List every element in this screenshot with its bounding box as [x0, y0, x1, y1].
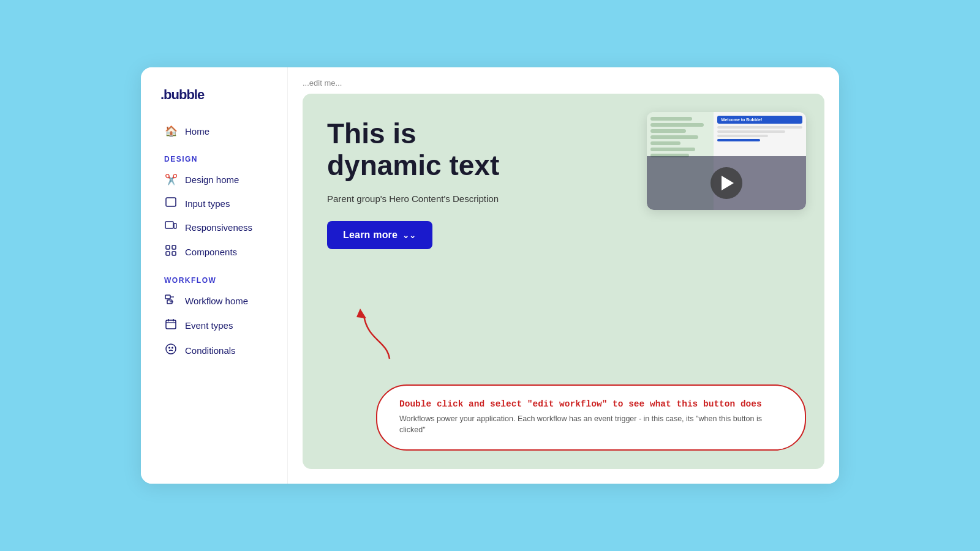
svg-rect-0 — [166, 198, 176, 206]
sidebar-item-input-types-label: Input types — [185, 198, 230, 209]
video-inner: Welcome to Bubble! — [647, 112, 806, 210]
video-bubble-label: Welcome to Bubble! — [717, 116, 802, 124]
hero-headline: This is dynamic text — [327, 118, 584, 181]
tooltip-bubble: Double click and select "edit workflow" … — [376, 384, 806, 451]
app-container: .bubble 🏠 Home DESIGN ✂️ Design home Inp… — [141, 67, 839, 484]
hero-card: This is dynamic text Parent group's Hero… — [303, 94, 824, 469]
sidebar-item-event-types[interactable]: Event types — [160, 313, 273, 337]
svg-rect-1 — [165, 222, 173, 228]
section-label-design: DESIGN — [164, 155, 269, 163]
sidebar-item-workflow-home-label: Workflow home — [185, 296, 248, 306]
sidebar-item-conditionals[interactable]: Conditionals — [160, 339, 273, 362]
learn-more-button[interactable]: Learn more ⌄⌄ — [327, 221, 432, 249]
responsiveness-icon — [164, 221, 178, 234]
svg-point-16 — [168, 347, 170, 349]
svg-rect-2 — [174, 223, 176, 228]
sidebar-item-components[interactable]: Components — [160, 240, 273, 264]
calendar-icon — [164, 318, 178, 332]
svg-rect-3 — [166, 246, 170, 249]
svg-rect-7 — [165, 295, 170, 299]
sidebar-item-input-types[interactable]: Input types — [160, 192, 273, 215]
sidebar-item-components-label: Components — [185, 247, 237, 257]
svg-rect-6 — [172, 252, 176, 255]
svg-rect-4 — [172, 246, 176, 249]
sidebar-item-responsiveness-label: Responsiveness — [185, 222, 252, 233]
svg-rect-11 — [166, 320, 176, 329]
logo: .bubble — [160, 87, 273, 103]
svg-point-17 — [172, 347, 173, 349]
section-label-workflow: WORKFLOW — [164, 276, 269, 285]
chevron-icon: ⌄⌄ — [402, 231, 416, 240]
sidebar-item-conditionals-label: Conditionals — [185, 345, 236, 356]
play-button[interactable] — [710, 167, 742, 199]
tooltip-title: Double click and select "edit workflow" … — [399, 399, 783, 409]
input-icon — [164, 197, 178, 210]
sidebar-item-design-home-label: Design home — [185, 174, 239, 185]
video-overlay — [647, 156, 806, 210]
svg-rect-5 — [166, 252, 170, 255]
workflow-icon — [164, 294, 178, 307]
conditionals-icon — [164, 343, 178, 358]
sidebar-item-home[interactable]: 🏠 Home — [160, 120, 273, 143]
main-content: ...edit me... This is dynamic text Paren… — [288, 67, 839, 484]
components-icon — [164, 245, 178, 259]
hero-headline-line1: This is — [327, 118, 417, 149]
sidebar-item-design-home[interactable]: ✂️ Design home — [160, 168, 273, 191]
scissors-icon: ✂️ — [164, 173, 178, 186]
video-thumbnail[interactable]: Welcome to Bubble! — [647, 112, 806, 210]
home-icon: 🏠 — [164, 125, 178, 138]
sidebar-item-event-types-label: Event types — [185, 320, 233, 331]
learn-more-label: Learn more — [343, 230, 398, 241]
tooltip-body: Workflows power your application. Each w… — [399, 413, 783, 437]
hero-headline-line2: dynamic text — [327, 149, 499, 181]
sidebar: .bubble 🏠 Home DESIGN ✂️ Design home Inp… — [141, 67, 288, 484]
annotation-arrow — [353, 304, 399, 362]
svg-marker-18 — [356, 309, 366, 318]
sidebar-item-home-label: Home — [185, 126, 209, 137]
play-icon — [722, 176, 734, 190]
sidebar-item-workflow-home[interactable]: Workflow home — [160, 290, 273, 312]
sidebar-item-responsiveness[interactable]: Responsiveness — [160, 216, 273, 239]
svg-point-15 — [166, 344, 176, 354]
edit-label: ...edit me... — [303, 78, 824, 88]
